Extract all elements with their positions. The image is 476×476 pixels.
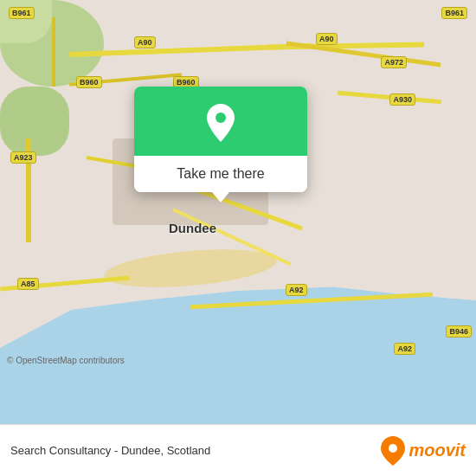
- label-b960-l: B960: [76, 76, 102, 88]
- road-b960-v: [52, 17, 55, 87]
- moovit-pin-icon: [381, 436, 405, 466]
- label-a85: A85: [17, 278, 39, 290]
- beach-area: [103, 243, 279, 293]
- map-attribution: © OpenStreetMap contributors: [7, 356, 125, 365]
- label-a90-r: A90: [316, 33, 338, 45]
- label-a930: A930: [389, 93, 415, 106]
- location-text: Search Consultancy - Dundee, Scotland: [10, 444, 210, 457]
- svg-point-1: [389, 444, 397, 453]
- label-b946: B946: [446, 325, 472, 338]
- moovit-brand-text: moovit: [408, 441, 466, 460]
- label-b961-tr: B961: [441, 7, 467, 19]
- take-me-there-button[interactable]: Take me there: [134, 156, 307, 192]
- label-a92-m: A92: [286, 284, 307, 296]
- svg-point-0: [215, 113, 226, 123]
- park-area-2: [0, 87, 69, 156]
- label-a92-br: A92: [394, 343, 415, 355]
- label-a923: A923: [10, 151, 36, 164]
- label-a90-l: A90: [134, 36, 156, 48]
- moovit-logo: moovit: [381, 436, 466, 466]
- popup-header: [134, 87, 307, 156]
- label-b961-tl: B961: [9, 7, 35, 19]
- popup-card: Take me there: [134, 87, 307, 192]
- popup-button-label: Take me there: [177, 166, 264, 181]
- city-label: Dundee: [169, 221, 216, 235]
- bottom-bar: Search Consultancy - Dundee, Scotland mo…: [0, 424, 476, 476]
- label-a972: A972: [381, 56, 407, 68]
- location-pin-icon: [205, 104, 236, 142]
- map-container: B961 B961 A90 A90 A972 B960 B960 A923 A9…: [0, 0, 476, 424]
